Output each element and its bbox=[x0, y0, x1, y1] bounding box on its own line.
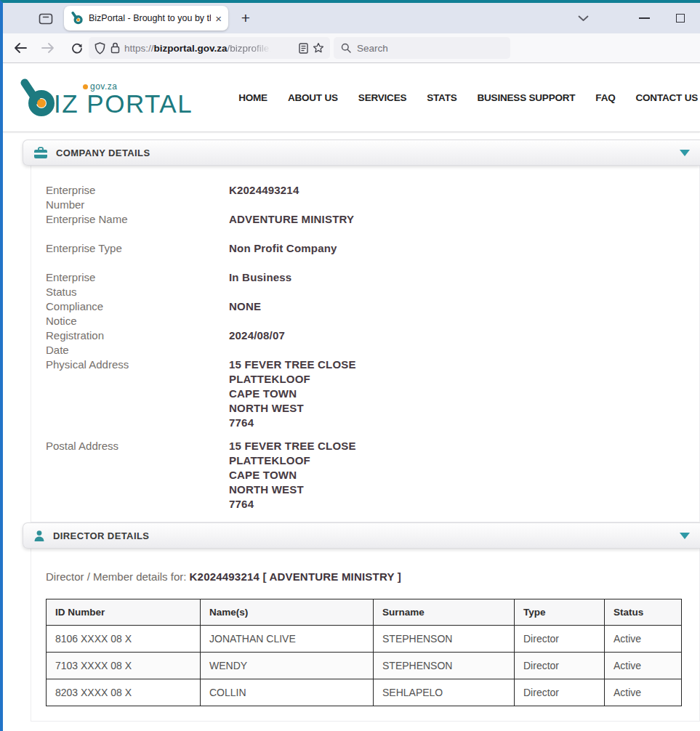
field-value: In Business bbox=[229, 270, 291, 299]
field-registration-date: Registration Date2024/08/07 bbox=[46, 328, 699, 358]
browser-window: BizPortal - Brought to you by th × + bbox=[0, 0, 700, 731]
tab-list-chevron-icon[interactable] bbox=[571, 3, 595, 33]
field-label: Physical Address bbox=[46, 358, 229, 430]
nav-item-faq[interactable]: FAQ bbox=[595, 92, 615, 103]
directors-table: ID Number Name(s) Surname Type Status 81… bbox=[46, 599, 682, 706]
cell-id-number: 8106 XXXX 08 X bbox=[47, 626, 201, 653]
nav-item-about-us[interactable]: ABOUT US bbox=[288, 92, 338, 103]
nav-item-contact-us[interactable]: CONTACT US bbox=[636, 92, 699, 103]
col-type: Type bbox=[515, 599, 605, 626]
search-placeholder: Search bbox=[357, 43, 388, 54]
field-label: Enterprise Status bbox=[46, 270, 229, 299]
table-row: 8106 XXXX 08 X JONATHAN CLIVE STEPHENSON… bbox=[47, 626, 682, 653]
field-value: 2024/08/07 bbox=[229, 328, 285, 358]
field-label: Enterprise Number bbox=[46, 183, 229, 212]
url-domain: bizportal.gov.za bbox=[154, 43, 228, 54]
cell-status: Active bbox=[605, 653, 682, 679]
field-compliance-notice: Compliance NoticeNONE bbox=[46, 299, 699, 328]
firefox-view-icon[interactable] bbox=[36, 9, 55, 27]
cell-id-number: 8203 XXXX 08 X bbox=[47, 679, 201, 706]
field-value: K2024493214 bbox=[229, 183, 299, 212]
field-label: Postal Address bbox=[46, 439, 229, 512]
field-enterprise-status: Enterprise StatusIn Business bbox=[46, 270, 699, 299]
collapse-arrow-icon[interactable] bbox=[680, 150, 690, 156]
field-enterprise-number: Enterprise NumberK2024493214 bbox=[46, 183, 699, 212]
url-path: /bizprofile. bbox=[228, 43, 273, 54]
company-details-body: Enterprise NumberK2024493214 Enterprise … bbox=[31, 166, 700, 522]
table-row: 7103 XXXX 08 X WENDY STEPHENSON Director… bbox=[47, 653, 682, 679]
bizportal-logo[interactable]: gov.za IZ PORTAL bbox=[17, 78, 193, 116]
logo-text: IZ PORTAL bbox=[54, 89, 193, 118]
field-label: Enterprise Name bbox=[46, 212, 229, 227]
shield-icon[interactable] bbox=[94, 42, 105, 54]
orange-dot-icon bbox=[83, 84, 88, 89]
person-icon bbox=[33, 530, 45, 542]
main-nav: HOME ABOUT US SERVICES STATS BUSINESS SU… bbox=[238, 92, 698, 103]
browser-toolbar: https:// bizportal.gov.za /bizprofile. S… bbox=[3, 33, 700, 63]
col-surname: Surname bbox=[374, 599, 515, 626]
briefcase-icon bbox=[33, 147, 48, 159]
back-icon[interactable] bbox=[9, 33, 32, 62]
field-value: ADVENTURE MINISTRY bbox=[229, 212, 354, 227]
director-intro-value: K2024493214 [ ADVENTURE MINISTRY ] bbox=[190, 570, 401, 583]
search-bar[interactable]: Search bbox=[334, 37, 510, 59]
tab-bar: BizPortal - Brought to you by th × + bbox=[3, 3, 700, 33]
company-details-header[interactable]: COMPANY DETAILS bbox=[23, 140, 700, 166]
director-details-title: DIRECTOR DETAILS bbox=[53, 530, 149, 541]
field-physical-address: Physical Address15 FEVER TREE CLOSE PLAT… bbox=[46, 358, 699, 430]
cell-status: Active bbox=[605, 679, 682, 706]
lock-icon[interactable] bbox=[110, 42, 120, 54]
collapse-arrow-icon[interactable] bbox=[680, 533, 690, 539]
cell-surname: STEPHENSON bbox=[374, 653, 515, 679]
cell-type: Director bbox=[515, 679, 605, 706]
cell-surname: STEPHENSON bbox=[374, 626, 515, 653]
director-intro-label: Director / Member details for: bbox=[46, 570, 190, 583]
field-value: NONE bbox=[229, 299, 261, 328]
col-names: Name(s) bbox=[201, 599, 374, 626]
forward-icon[interactable] bbox=[36, 33, 60, 62]
nav-item-home[interactable]: HOME bbox=[238, 92, 267, 103]
nav-item-services[interactable]: SERVICES bbox=[358, 92, 406, 103]
cell-names: JONATHAN CLIVE bbox=[201, 626, 374, 653]
tab-title: BizPortal - Brought to you by th bbox=[89, 13, 211, 23]
bookmark-star-icon[interactable] bbox=[313, 42, 324, 54]
col-id-number: ID Number bbox=[47, 599, 201, 626]
cell-type: Director bbox=[515, 653, 605, 679]
tab-close-icon[interactable]: × bbox=[215, 13, 222, 24]
col-status: Status bbox=[605, 599, 682, 626]
maximize-button[interactable] bbox=[669, 3, 692, 33]
table-header-row: ID Number Name(s) Surname Type Status bbox=[47, 599, 682, 626]
search-icon bbox=[341, 43, 351, 53]
minimize-button[interactable] bbox=[632, 3, 656, 33]
field-label: Enterprise Type bbox=[46, 241, 229, 256]
browser-tab[interactable]: BizPortal - Brought to you by th × bbox=[64, 6, 228, 31]
cell-status: Active bbox=[605, 626, 682, 653]
reader-mode-icon[interactable] bbox=[299, 43, 308, 54]
reload-icon[interactable] bbox=[65, 33, 89, 62]
cell-id-number: 7103 XXXX 08 X bbox=[47, 653, 201, 679]
director-details-body: Director / Member details for: K20244932… bbox=[31, 549, 700, 722]
field-value: Non Profit Company bbox=[229, 241, 337, 256]
field-enterprise-name: Enterprise NameADVENTURE MINISTRY bbox=[46, 212, 699, 227]
bizportal-favicon bbox=[71, 12, 84, 25]
nav-item-business-support[interactable]: BUSINESS SUPPORT bbox=[478, 92, 576, 103]
company-details-title: COMPANY DETAILS bbox=[56, 148, 150, 158]
field-value: 15 FEVER TREE CLOSE PLATTEKLOOF CAPE TOW… bbox=[229, 358, 356, 430]
field-postal-address: Postal Address15 FEVER TREE CLOSE PLATTE… bbox=[46, 439, 699, 512]
url-text[interactable]: https:// bizportal.gov.za /bizprofile. bbox=[124, 43, 294, 54]
field-label: Compliance Notice bbox=[46, 299, 229, 328]
table-row: 8203 XXXX 08 X COLLIN SEHLAPELO Director… bbox=[47, 679, 682, 706]
field-enterprise-type: Enterprise TypeNon Profit Company bbox=[46, 241, 699, 256]
cell-names: COLLIN bbox=[201, 679, 374, 706]
director-details-header[interactable]: DIRECTOR DETAILS bbox=[23, 522, 700, 549]
url-bar[interactable]: https:// bizportal.gov.za /bizprofile. bbox=[89, 37, 330, 59]
cell-names: WENDY bbox=[201, 653, 374, 679]
cell-type: Director bbox=[515, 626, 605, 653]
site-header: gov.za IZ PORTAL HOME ABOUT US SERVICES … bbox=[3, 63, 700, 132]
field-label: Registration Date bbox=[46, 328, 229, 358]
director-intro: Director / Member details for: K20244932… bbox=[46, 570, 699, 583]
field-value: 15 FEVER TREE CLOSE PLATTEKLOOF CAPE TOW… bbox=[229, 439, 356, 512]
url-protocol: https:// bbox=[124, 43, 154, 54]
new-tab-button[interactable]: + bbox=[236, 8, 256, 28]
nav-item-stats[interactable]: STATS bbox=[427, 92, 456, 103]
